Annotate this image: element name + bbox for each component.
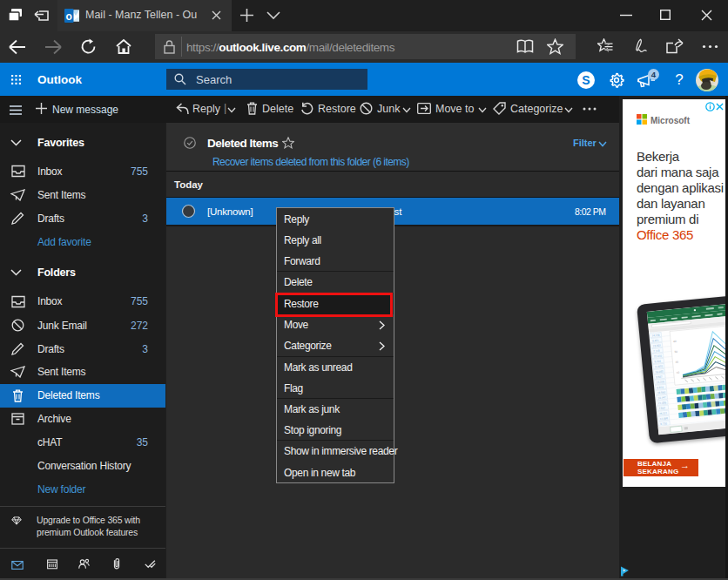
svg-text:30: 30: [674, 350, 677, 354]
svg-text:9,547: 9,547: [656, 375, 663, 380]
svg-text:40: 40: [673, 340, 677, 343]
svg-text:7,842: 7,842: [658, 406, 665, 410]
svg-text:5,204: 5,204: [654, 360, 661, 364]
svg-text:20: 20: [675, 361, 678, 364]
svg-text:8,421: 8,421: [652, 339, 659, 343]
svg-text:7,118: 7,118: [653, 349, 660, 354]
svg-text:6,914: 6,914: [657, 385, 664, 389]
svg-text:9,730: 9,730: [660, 422, 667, 426]
svg-text:10: 10: [676, 371, 679, 374]
svg-text:o: o: [66, 10, 72, 23]
